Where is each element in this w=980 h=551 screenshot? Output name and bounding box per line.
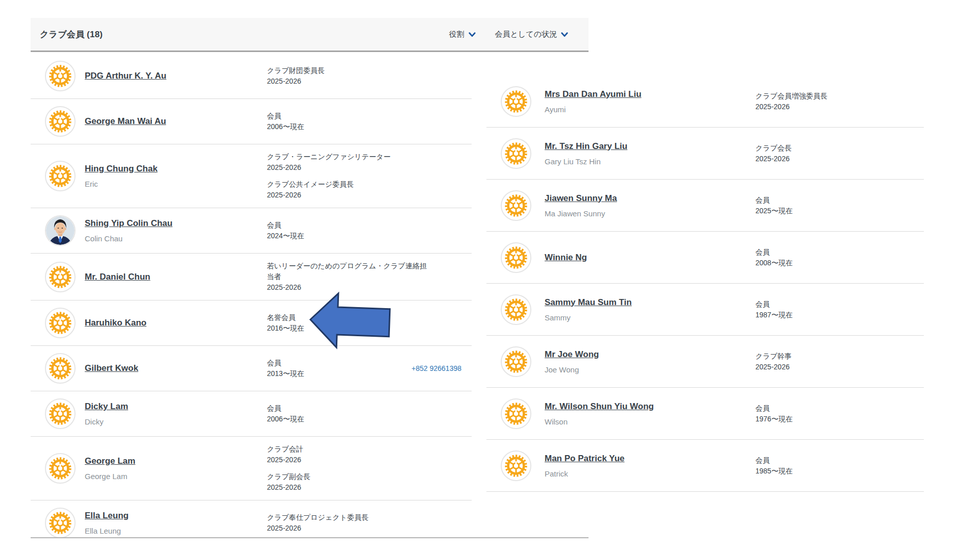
member-roles: 若いリーダーのためのプログラム・クラブ連絡担当者2025-2026	[267, 261, 472, 293]
member-roles: クラブ会長2025-2026	[755, 143, 924, 164]
rotary-wheel-icon	[46, 263, 75, 291]
member-name-link[interactable]: Hing Chung Chak	[85, 164, 158, 174]
role-title: クラブ会長	[755, 143, 917, 154]
member-identity: Mr. Wilson Shun Yiu Wong Wilson	[545, 402, 742, 426]
member-identity: George Lam George Lam	[85, 456, 258, 481]
member-role-entry: 会員1985〜現在	[755, 455, 924, 477]
role-period: 2025-2026	[755, 154, 924, 164]
member-identity: PDG Arthur K. Y. Au	[85, 71, 258, 81]
member-name-link[interactable]: Mr Joe Wong	[545, 349, 599, 360]
filter-membership-status-dropdown[interactable]: 会員としての状況	[495, 30, 568, 39]
member-identity: Haruhiko Kano	[85, 318, 258, 328]
role-title: クラブ財団委員長	[267, 65, 428, 76]
member-role-entry: クラブ奉仕プロジェクト委員長2025-2026	[267, 512, 472, 534]
member-identity: Sammy Mau Sum Tin Sammy	[545, 297, 742, 322]
member-identity: George Man Wai Au	[85, 116, 258, 127]
member-avatar[interactable]	[501, 398, 531, 429]
member-roles: クラブ財団委員長2025-2026	[267, 65, 472, 87]
rotary-wheel-icon	[502, 139, 530, 168]
member-name-link[interactable]: Haruhiko Kano	[85, 318, 146, 328]
filter-role-dropdown[interactable]: 役割	[449, 30, 476, 39]
member-row: Ella Leung Ella Leung クラブ奉仕プロジェクト委員長2025…	[31, 500, 472, 545]
member-avatar[interactable]	[501, 86, 531, 117]
member-nickname: Eric	[85, 180, 258, 188]
rotary-wheel-icon	[502, 347, 530, 376]
member-avatar[interactable]	[45, 353, 76, 384]
role-title: 若いリーダーのためのプログラム・クラブ連絡担当者	[267, 261, 428, 282]
member-name-link[interactable]: Sammy Mau Sum Tin	[545, 297, 632, 308]
member-name-link[interactable]: PDG Arthur K. Y. Au	[85, 71, 166, 81]
member-identity: Gilbert Kwok	[85, 363, 258, 373]
member-avatar[interactable]	[45, 106, 76, 137]
member-role-entry: クラブ副会長2025-2026	[267, 471, 472, 493]
member-name-link[interactable]: Shing Yip Colin Chau	[85, 218, 173, 229]
member-avatar[interactable]	[45, 398, 76, 429]
rotary-wheel-icon	[46, 509, 75, 537]
member-roles: クラブ・ラーニングファシリテーター2025-2026クラブ公共イメージ委員長20…	[267, 152, 472, 201]
member-row: Mr. Wilson Shun Yiu Wong Wilson 会員1976〜現…	[486, 388, 924, 440]
role-title: 会員	[755, 299, 917, 310]
rotary-wheel-icon	[46, 309, 75, 337]
member-name-link[interactable]: Mr. Daniel Chun	[85, 272, 150, 282]
role-title: クラブ会員増強委員長	[755, 91, 917, 102]
member-avatar[interactable]	[501, 138, 531, 169]
member-avatar[interactable]	[45, 262, 76, 292]
member-name-link[interactable]: George Lam	[85, 456, 135, 466]
member-row: Man Po Patrick Yue Patrick 会員1985〜現在	[486, 440, 924, 492]
member-name-link[interactable]: Man Po Patrick Yue	[545, 454, 625, 464]
member-identity: Mr Joe Wong Joe Wong	[545, 349, 742, 374]
member-roles: 会員1987〜現在	[755, 299, 924, 320]
member-row: Shing Yip Colin Chau Colin Chau 会員2024〜現…	[31, 208, 472, 254]
member-roles: クラブ幹事2025-2026	[755, 351, 924, 372]
role-title: クラブ公共イメージ委員長	[267, 179, 428, 190]
member-role-entry: クラブ幹事2025-2026	[755, 351, 924, 372]
member-role-entry: クラブ公共イメージ委員長2025-2026	[267, 179, 472, 201]
member-identity: Mr. Daniel Chun	[85, 272, 258, 282]
member-row: George Man Wai Au 会員2006〜現在	[31, 99, 472, 144]
member-name-link[interactable]: Mrs Dan Dan Ayumi Liu	[545, 89, 642, 99]
member-name-link[interactable]: Ella Leung	[85, 511, 129, 521]
member-identity: Hing Chung Chak Eric	[85, 164, 258, 188]
role-period: 2025-2026	[755, 102, 924, 112]
member-role-entry: 名誉会員2016〜現在	[267, 312, 472, 334]
chevron-down-icon	[561, 32, 568, 37]
member-avatar[interactable]	[501, 242, 531, 273]
member-name-link[interactable]: Winnie Ng	[545, 253, 587, 263]
member-row: Dicky Lam Dicky 会員2006〜現在	[31, 391, 472, 437]
member-phone-link[interactable]: +852 92661398	[411, 364, 461, 372]
rotary-wheel-icon	[502, 399, 530, 428]
member-avatar[interactable]	[501, 190, 531, 221]
member-nickname: Colin Chau	[85, 234, 258, 243]
member-name-link[interactable]: Jiawen Sunny Ma	[545, 193, 617, 204]
member-avatar[interactable]	[45, 161, 76, 191]
member-avatar[interactable]	[45, 453, 76, 484]
role-title: クラブ奉仕プロジェクト委員長	[267, 512, 428, 523]
member-avatar[interactable]	[501, 450, 531, 481]
member-name-link[interactable]: Gilbert Kwok	[85, 363, 138, 373]
member-name-link[interactable]: Dicky Lam	[85, 402, 128, 412]
member-roles: 会員2006〜現在	[267, 111, 472, 132]
member-avatar[interactable]	[45, 508, 76, 538]
member-avatar[interactable]	[501, 294, 531, 325]
role-title: クラブ・ラーニングファシリテーター	[267, 152, 428, 162]
member-row: Gilbert Kwok 会員2013〜現在 +852 92661398	[31, 346, 472, 391]
member-name-link[interactable]: Mr. Wilson Shun Yiu Wong	[545, 402, 654, 412]
role-period: 2006〜現在	[267, 414, 472, 424]
role-period: 2025-2026	[267, 482, 472, 493]
member-avatar[interactable]	[45, 308, 76, 338]
member-role-entry: 会員2025〜現在	[755, 195, 924, 216]
chevron-down-icon	[469, 32, 476, 37]
member-avatar[interactable]	[45, 61, 76, 91]
member-roles: 会員1985〜現在	[755, 455, 924, 477]
role-period: 2025-2026	[755, 362, 924, 372]
rotary-wheel-icon	[502, 87, 530, 116]
member-name-link[interactable]: Mr. Tsz Hin Gary Liu	[545, 141, 627, 152]
member-row: Mr. Daniel Chun 若いリーダーのためのプログラム・クラブ連絡担当者…	[31, 254, 472, 300]
member-avatar[interactable]	[501, 346, 531, 377]
member-avatar[interactable]	[45, 215, 76, 246]
member-name-link[interactable]: George Man Wai Au	[85, 116, 166, 127]
member-role-entry: 会員2006〜現在	[267, 111, 472, 132]
member-role-entry: クラブ財団委員長2025-2026	[267, 65, 472, 87]
rotary-wheel-icon	[502, 243, 530, 272]
member-identity: Winnie Ng	[545, 253, 742, 263]
